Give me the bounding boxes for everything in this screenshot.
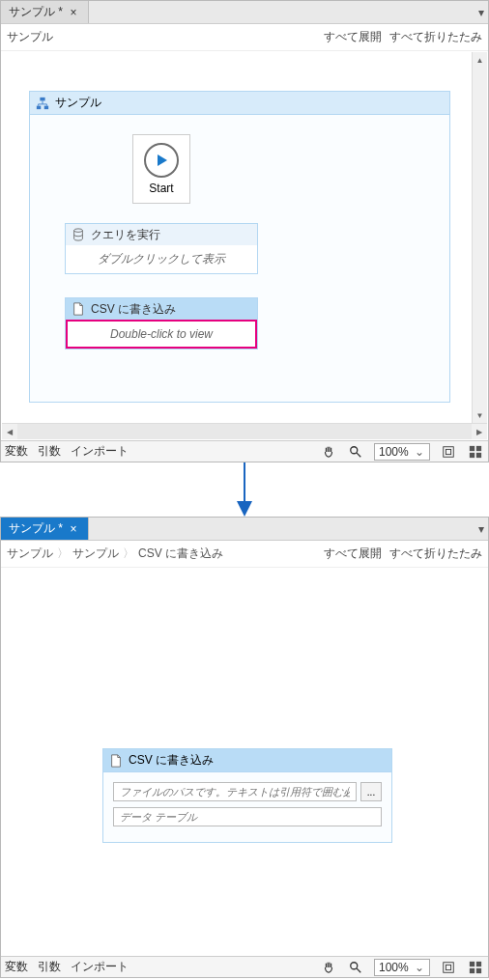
activity-write-csv-expanded[interactable]: CSV に書き込み ... <box>102 748 392 843</box>
zoom-icon[interactable] <box>347 959 364 976</box>
scroll-down-icon[interactable]: ▼ <box>473 407 487 423</box>
csv-file-icon <box>72 302 85 316</box>
expand-all-link[interactable]: すべて展開 <box>324 29 382 45</box>
svg-rect-19 <box>470 961 475 966</box>
scroll-left-icon[interactable]: ◀ <box>2 424 17 439</box>
scroll-up-icon[interactable]: ▲ <box>473 52 487 68</box>
svg-rect-20 <box>476 961 481 966</box>
database-icon <box>72 228 85 241</box>
scroll-right-icon[interactable]: ▶ <box>472 424 487 439</box>
svg-rect-2 <box>44 105 48 109</box>
svg-rect-1 <box>37 105 41 109</box>
tab-dropdown-icon[interactable]: ▾ <box>478 1 484 24</box>
imports-tab[interactable]: インポート <box>71 959 129 975</box>
csv-file-icon <box>109 754 123 768</box>
workflow-panel-bottom: サンプル * × ▾ サンプル 〉 サンプル 〉 CSV に書き込み すべて展開… <box>0 517 489 978</box>
tab-label: サンプル * <box>9 4 63 20</box>
chevron-down-icon: ⌄ <box>415 961 424 974</box>
pan-icon[interactable] <box>320 443 337 461</box>
svg-rect-18 <box>446 965 450 969</box>
bottom-toolbar: 変数 引数 インポート 100% ⌄ <box>1 440 488 462</box>
breadcrumb-item[interactable]: サンプル <box>7 546 53 562</box>
flowchart-body[interactable]: Start クエリを実行 ダブルクリックして表示 CSV に書き込み <box>30 115 449 402</box>
vertical-scrollbar[interactable]: ▲ ▼ <box>472 52 487 423</box>
collapse-all-link[interactable]: すべて折りたたみ <box>389 29 482 45</box>
activity-header: クエリを実行 <box>66 224 257 245</box>
zoom-value: 100% <box>379 445 409 459</box>
activity-header[interactable]: CSV に書き込み <box>103 749 391 772</box>
chevron-down-icon: ⌄ <box>415 445 424 459</box>
expand-all-link[interactable]: すべて展開 <box>324 546 382 562</box>
activity-body[interactable]: Double-click to view <box>66 320 257 349</box>
fit-to-screen-icon[interactable] <box>440 959 457 976</box>
svg-point-4 <box>74 229 83 233</box>
svg-rect-22 <box>476 967 481 972</box>
activity-hint: ダブルクリックして表示 <box>98 252 225 266</box>
overview-icon[interactable] <box>467 443 484 461</box>
canvas[interactable]: サンプル Start クエリを実行 ダブルクリックして表示 <box>2 52 487 423</box>
pan-icon[interactable] <box>320 959 337 976</box>
close-icon[interactable]: × <box>67 522 80 536</box>
chevron-right-icon: 〉 <box>57 546 69 562</box>
svg-rect-9 <box>470 445 475 450</box>
sub-toolbar: サンプル すべて展開 すべて折りたたみ <box>1 24 488 51</box>
activity-body: ... <box>103 772 391 842</box>
panel-title: サンプル <box>7 29 53 45</box>
svg-point-5 <box>351 446 358 453</box>
tab-dropdown-icon[interactable]: ▾ <box>478 518 484 541</box>
zoom-level-selector[interactable]: 100% ⌄ <box>374 443 430 461</box>
horizontal-scrollbar[interactable]: ◀ ▶ <box>2 423 487 439</box>
flowchart-container[interactable]: サンプル Start クエリを実行 ダブルクリックして表示 <box>29 91 450 403</box>
activity-title: CSV に書き込み <box>129 752 214 769</box>
overview-icon[interactable] <box>467 959 484 976</box>
file-path-input[interactable] <box>113 782 357 801</box>
transition-arrow <box>0 462 489 517</box>
activity-title: CSV に書き込み <box>91 301 176 318</box>
activity-header: CSV に書き込み <box>66 298 257 320</box>
data-table-input[interactable] <box>113 807 382 826</box>
scroll-track[interactable] <box>17 424 472 439</box>
canvas[interactable]: CSV に書き込み ... <box>2 569 487 956</box>
workflow-panel-top: サンプル * × ▾ サンプル すべて展開 すべて折りたたみ サンプル Star… <box>0 0 489 462</box>
close-icon[interactable]: × <box>67 6 80 19</box>
tab-sample[interactable]: サンプル * × <box>1 1 89 23</box>
variables-tab[interactable]: 変数 <box>5 959 28 975</box>
tab-sample[interactable]: サンプル * × <box>1 518 89 540</box>
activity-write-csv[interactable]: CSV に書き込み Double-click to view <box>65 297 258 350</box>
svg-rect-0 <box>40 97 44 100</box>
activity-hint: Double-click to view <box>110 327 213 341</box>
arguments-tab[interactable]: 引数 <box>38 959 61 975</box>
breadcrumb-item[interactable]: サンプル <box>72 546 119 562</box>
variables-tab[interactable]: 変数 <box>5 443 28 460</box>
start-label: Start <box>149 182 173 195</box>
imports-tab[interactable]: インポート <box>71 443 129 460</box>
play-icon <box>144 143 179 178</box>
start-node[interactable]: Start <box>132 134 190 204</box>
flowchart-header[interactable]: サンプル <box>30 92 449 115</box>
browse-button[interactable]: ... <box>360 782 382 801</box>
zoom-level-selector[interactable]: 100% ⌄ <box>374 959 430 976</box>
activity-title: クエリを実行 <box>91 227 160 243</box>
collapse-all-link[interactable]: すべて折りたたみ <box>389 546 482 562</box>
svg-rect-17 <box>444 962 454 972</box>
svg-rect-21 <box>470 967 475 972</box>
breadcrumb: サンプル 〉 サンプル 〉 CSV に書き込み <box>7 546 223 562</box>
arguments-tab[interactable]: 引数 <box>38 443 61 460</box>
flowchart-title: サンプル <box>55 95 101 111</box>
svg-line-16 <box>357 967 360 971</box>
activity-execute-query[interactable]: クエリを実行 ダブルクリックして表示 <box>65 223 258 274</box>
zoom-value: 100% <box>379 961 409 974</box>
svg-rect-10 <box>476 445 481 450</box>
sub-toolbar: サンプル 〉 サンプル 〉 CSV に書き込み すべて展開 すべて折りたたみ <box>1 541 488 568</box>
flowchart-icon <box>36 97 49 110</box>
bottom-toolbar: 変数 引数 インポート 100% ⌄ <box>1 956 488 977</box>
fit-to-screen-icon[interactable] <box>440 443 457 461</box>
svg-rect-12 <box>476 452 481 457</box>
svg-rect-7 <box>444 446 454 457</box>
tab-label: サンプル * <box>9 520 63 537</box>
tab-bar: サンプル * × ▾ <box>1 1 488 24</box>
activity-body[interactable]: ダブルクリックして表示 <box>66 245 257 273</box>
zoom-icon[interactable] <box>347 443 364 461</box>
svg-rect-8 <box>446 449 450 454</box>
tab-bar: サンプル * × ▾ <box>1 518 488 541</box>
